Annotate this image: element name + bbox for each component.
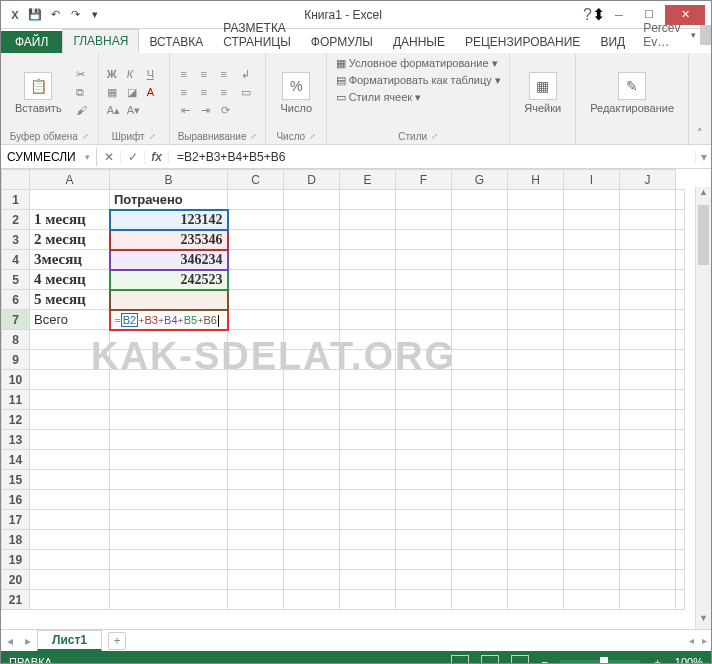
cell[interactable]: [340, 490, 396, 510]
cell[interactable]: [340, 430, 396, 450]
cell[interactable]: [396, 510, 452, 530]
cell[interactable]: [284, 470, 340, 490]
align-right-icon[interactable]: ≡: [221, 86, 235, 100]
cell[interactable]: Всего: [30, 310, 110, 330]
cell[interactable]: [676, 390, 685, 410]
cell[interactable]: [564, 510, 620, 530]
merge-cells-icon[interactable]: ▭: [241, 86, 255, 100]
cell[interactable]: [284, 270, 340, 290]
cell[interactable]: [228, 350, 284, 370]
cell[interactable]: [508, 570, 564, 590]
cell[interactable]: 4 месяц: [30, 270, 110, 290]
enter-formula-icon[interactable]: ✓: [121, 150, 145, 164]
row-header[interactable]: 12: [2, 410, 30, 430]
cell[interactable]: [452, 390, 508, 410]
cell[interactable]: [676, 370, 685, 390]
cell[interactable]: [340, 350, 396, 370]
cell[interactable]: [620, 350, 676, 370]
tab-review[interactable]: РЕЦЕНЗИРОВАНИЕ: [455, 31, 590, 53]
cell[interactable]: [508, 530, 564, 550]
cell[interactable]: [620, 230, 676, 250]
cell[interactable]: [228, 190, 284, 210]
sheet-nav-next-icon[interactable]: ▸: [19, 634, 37, 648]
row-header[interactable]: 20: [2, 570, 30, 590]
cell[interactable]: [620, 270, 676, 290]
tab-home[interactable]: ГЛАВНАЯ: [62, 29, 139, 53]
font-color-icon[interactable]: A: [147, 86, 161, 100]
row-header[interactable]: 17: [2, 510, 30, 530]
cell[interactable]: [228, 390, 284, 410]
align-bottom-icon[interactable]: ≡: [221, 68, 235, 82]
account-label[interactable]: Percev Ev… ▾: [635, 17, 712, 53]
zoom-level[interactable]: 100%: [675, 656, 703, 664]
cell[interactable]: [508, 350, 564, 370]
cell[interactable]: [110, 350, 228, 370]
cell[interactable]: [396, 390, 452, 410]
cell[interactable]: [676, 450, 685, 470]
row-header[interactable]: 10: [2, 370, 30, 390]
cell[interactable]: [396, 450, 452, 470]
row-header[interactable]: 13: [2, 430, 30, 450]
cell[interactable]: [564, 350, 620, 370]
cell[interactable]: [340, 210, 396, 230]
view-normal-icon[interactable]: [451, 655, 469, 664]
cell[interactable]: 5 месяц: [30, 290, 110, 310]
cell[interactable]: [228, 490, 284, 510]
cell[interactable]: [396, 270, 452, 290]
cell[interactable]: [676, 310, 685, 330]
indent-increase-icon[interactable]: ⇥: [201, 104, 215, 118]
cell[interactable]: [396, 250, 452, 270]
cell[interactable]: [30, 330, 110, 350]
cell[interactable]: [620, 590, 676, 610]
cell[interactable]: [284, 490, 340, 510]
scroll-thumb[interactable]: [698, 205, 709, 265]
cell[interactable]: [284, 550, 340, 570]
cell[interactable]: [228, 270, 284, 290]
cell[interactable]: [508, 590, 564, 610]
cell[interactable]: [340, 410, 396, 430]
col-header[interactable]: J: [620, 170, 676, 190]
cell[interactable]: [620, 390, 676, 410]
zoom-out-icon[interactable]: −: [541, 656, 547, 664]
row-header[interactable]: 5: [2, 270, 30, 290]
cell[interactable]: Потрачено: [110, 190, 228, 210]
cell[interactable]: [396, 310, 452, 330]
cell[interactable]: 2 месяц: [30, 230, 110, 250]
cell[interactable]: [676, 290, 685, 310]
cell[interactable]: [340, 230, 396, 250]
minimize-button[interactable]: ─: [605, 5, 633, 25]
row-header[interactable]: 11: [2, 390, 30, 410]
row-header[interactable]: 4: [2, 250, 30, 270]
cell[interactable]: [676, 550, 685, 570]
copy-icon[interactable]: ⧉: [76, 86, 90, 100]
cell[interactable]: [564, 430, 620, 450]
cell[interactable]: [676, 410, 685, 430]
cell[interactable]: [284, 330, 340, 350]
cell[interactable]: [508, 270, 564, 290]
cell[interactable]: [110, 570, 228, 590]
cell[interactable]: [110, 490, 228, 510]
cell[interactable]: [228, 590, 284, 610]
cell[interactable]: [228, 470, 284, 490]
cell[interactable]: 123142: [110, 210, 228, 230]
cell[interactable]: [452, 290, 508, 310]
cell-styles-button[interactable]: ▭ Стили ячеек ▾: [336, 91, 422, 104]
cell[interactable]: [564, 190, 620, 210]
conditional-formatting-button[interactable]: ▦ Условное форматирование ▾: [336, 57, 498, 70]
row-header[interactable]: 3: [2, 230, 30, 250]
ribbon-options-icon[interactable]: ⬍: [592, 5, 605, 24]
save-icon[interactable]: 💾: [27, 7, 43, 23]
cell[interactable]: [340, 190, 396, 210]
col-header[interactable]: C: [228, 170, 284, 190]
cell[interactable]: [508, 550, 564, 570]
cell[interactable]: [30, 390, 110, 410]
row-header[interactable]: 1: [2, 190, 30, 210]
cell[interactable]: [452, 270, 508, 290]
cell[interactable]: [452, 590, 508, 610]
cell[interactable]: [110, 550, 228, 570]
cell[interactable]: [564, 470, 620, 490]
cell[interactable]: [228, 290, 284, 310]
cell[interactable]: [110, 290, 228, 310]
cell[interactable]: [30, 490, 110, 510]
cell[interactable]: [564, 590, 620, 610]
